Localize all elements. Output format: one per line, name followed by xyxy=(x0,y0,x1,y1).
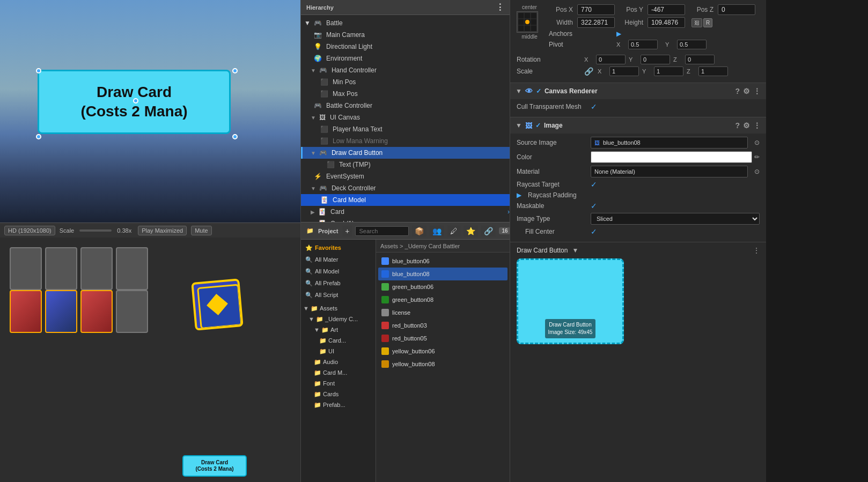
image-settings-icon[interactable]: ⚙ xyxy=(743,121,750,130)
scale-slider[interactable] xyxy=(79,229,112,232)
project-pkg-button[interactable]: 📦 xyxy=(412,226,426,236)
asset-green-button08[interactable]: green_button08 xyxy=(378,293,507,306)
color-picker-icon[interactable]: ✏ xyxy=(754,153,760,161)
sidebar-all-prefabs[interactable]: 🔍 All Prefab xyxy=(301,277,376,289)
image-header[interactable]: ▼ 🖼 ✓ Image ? ⚙ ⋮ xyxy=(510,117,766,134)
scale-y-input[interactable] xyxy=(654,66,683,76)
hierarchy-item-directional-light[interactable]: 💡 Directional Light xyxy=(301,41,510,53)
sidebar-all-materials[interactable]: 🔍 All Mater xyxy=(301,254,376,265)
hierarchy-item-card-model[interactable]: 🃏 Card Model xyxy=(301,194,510,206)
scale-x-input[interactable] xyxy=(609,66,639,76)
hierarchy-item-draw-card-button[interactable]: ▼ 🎮 Draw Card Button xyxy=(301,147,510,159)
asset-yellow-button06[interactable]: yellow_button06 xyxy=(378,345,507,358)
source-image-target-icon[interactable]: ⊙ xyxy=(754,139,760,146)
hierarchy-item-text-tmp[interactable]: ⬛ Text (TMP) xyxy=(301,159,510,170)
draw-card-button-scene[interactable]: Draw Card (Costs 2 Mana) xyxy=(182,455,247,477)
hierarchy-more-icon[interactable]: ⋮ xyxy=(496,2,504,12)
pos-y-input[interactable] xyxy=(648,4,685,15)
folder-art[interactable]: ▼ 📁 Art xyxy=(301,324,376,335)
hierarchy-item-environment[interactable]: 🌍 Environment xyxy=(301,53,510,64)
project-search-input[interactable] xyxy=(355,226,409,236)
sidebar-all-models[interactable]: 🔍 All Model xyxy=(301,265,376,277)
hierarchy-item-max-pos[interactable]: ⬛ Max Pos xyxy=(301,88,510,100)
pos-z-input[interactable] xyxy=(718,4,755,15)
project-link-button[interactable]: 🔗 xyxy=(481,226,496,236)
fill-center-check[interactable]: ✓ xyxy=(591,227,597,236)
project-people-button[interactable]: 👥 xyxy=(430,226,444,236)
hierarchy-item-low-mana-warning[interactable]: ⬛ Low Mana Warning xyxy=(301,135,510,147)
pivot-y-input[interactable] xyxy=(677,40,707,49)
anchor-preview[interactable] xyxy=(517,11,538,33)
material-target-icon[interactable]: ⊙ xyxy=(754,168,760,175)
image-more-icon[interactable]: ⋮ xyxy=(753,121,761,130)
folder-cards[interactable]: 📁 Cards xyxy=(301,389,376,399)
image-help-icon[interactable]: ? xyxy=(735,121,740,130)
project-star-button[interactable]: ⭐ xyxy=(464,226,478,236)
hierarchy-item-main-camera[interactable]: 📷 Main Camera xyxy=(301,29,510,41)
width-input[interactable] xyxy=(577,17,615,28)
hierarchy-item-card-1[interactable]: ▶ 🃏 Card (1) › xyxy=(301,218,510,222)
asset-blue-button06[interactable]: blue_button06 xyxy=(378,255,507,268)
hierarchy-item-hand-controller[interactable]: ▼ 🎮 Hand Controller xyxy=(301,64,510,76)
hierarchy-item-ui-canvas[interactable]: ▼ 🖼 UI Canvas xyxy=(301,112,510,123)
asset-yellow-button08[interactable]: yellow_button08 xyxy=(378,358,507,370)
hierarchy-item-deck-controller[interactable]: ▼ 🎮 Deck Controller xyxy=(301,182,510,194)
canvas-renderer-header[interactable]: ▼ 👁 ✓ Canvas Renderer ? ⚙ ⋮ xyxy=(510,83,766,99)
hierarchy-item-battle[interactable]: ▼ 🎮 Battle xyxy=(301,17,510,29)
asset-red-button03[interactable]: red_button03 xyxy=(378,319,507,332)
size-row: Width Height ⛓ R xyxy=(549,17,760,28)
anchor-mid[interactable] xyxy=(133,98,138,103)
hierarchy-item-card[interactable]: ▶ 🃏 Card › xyxy=(301,206,510,218)
r-btn[interactable]: R xyxy=(703,18,712,27)
resolution-select[interactable]: HD (1920x1080) xyxy=(4,226,55,235)
image-type-select[interactable]: Sliced Simple Tiled Filled xyxy=(591,213,760,225)
pos-x-input[interactable] xyxy=(577,4,615,15)
cull-transparent-check[interactable]: ✓ xyxy=(591,102,597,111)
hierarchy-item-min-pos[interactable]: ⬛ Min Pos xyxy=(301,76,510,88)
height-input[interactable] xyxy=(648,17,685,28)
project-brush-button[interactable]: 🖊 xyxy=(447,226,460,236)
scale-z-input[interactable] xyxy=(698,66,728,76)
asset-blue-button08[interactable]: blue_button08 xyxy=(378,268,507,280)
rot-y-input[interactable] xyxy=(641,55,670,64)
source-image-input[interactable]: 🖼 blue_button08 xyxy=(591,137,748,149)
canvas-renderer-help-icon[interactable]: ? xyxy=(735,87,740,95)
sidebar-all-scripts[interactable]: 🔍 All Script xyxy=(301,289,376,301)
mute-button[interactable]: Mute xyxy=(191,226,211,235)
anchor-bottom-left[interactable] xyxy=(36,134,41,139)
canvas-renderer-more-icon[interactable]: ⋮ xyxy=(753,87,761,95)
anchor-top-left[interactable] xyxy=(36,68,41,73)
maskable-check[interactable]: ✓ xyxy=(591,202,597,210)
component-more-icon[interactable]: ⋮ xyxy=(753,247,760,254)
folder-udemy[interactable]: ▼ 📁 _Udemy C... xyxy=(301,314,376,324)
asset-red-button05[interactable]: red_button05 xyxy=(378,332,507,345)
asset-green-button06[interactable]: green_button06 xyxy=(378,280,507,293)
project-add-button[interactable]: + xyxy=(342,226,352,236)
rot-z-input[interactable] xyxy=(685,55,715,64)
raycast-target-check[interactable]: ✓ xyxy=(591,180,597,189)
material-input[interactable]: None (Material) xyxy=(591,166,748,177)
draw-card-btn-line1: Draw Card xyxy=(195,459,233,466)
art-arrow: ▼ xyxy=(314,327,320,333)
play-mode-select[interactable]: Play Maximized xyxy=(138,226,187,235)
color-preview[interactable] xyxy=(591,151,752,163)
folder-cardm[interactable]: 📁 Card M... xyxy=(301,367,376,378)
pivot-x-input[interactable] xyxy=(628,40,658,49)
folder-prefab[interactable]: 📁 Prefab... xyxy=(301,399,376,410)
folder-ui[interactable]: 📁 UI xyxy=(301,346,376,357)
folder-assets[interactable]: ▼ 📁 Assets xyxy=(301,303,376,314)
hierarchy-item-battle-controller[interactable]: 🎮 Battle Controller xyxy=(301,100,510,112)
rot-x-input[interactable] xyxy=(596,55,626,64)
constrain-btn[interactable]: ⛓ xyxy=(692,18,702,27)
anchor-top-right[interactable] xyxy=(232,68,238,73)
canvas-renderer-settings-icon[interactable]: ⚙ xyxy=(743,87,750,95)
folder-card[interactable]: 📁 Card... xyxy=(301,335,376,346)
hierarchy-item-eventsystem[interactable]: ⚡ EventSystem xyxy=(301,170,510,182)
hierarchy-item-player-mana-text[interactable]: ⬛ Player Mana Text xyxy=(301,123,510,135)
folder-audio[interactable]: 📁 Audio xyxy=(301,357,376,367)
asset-license[interactable]: license xyxy=(378,306,507,319)
anchors-expand[interactable]: ▶ xyxy=(616,30,621,38)
raycast-padding-arrow[interactable]: ▶ xyxy=(517,191,521,199)
folder-font[interactable]: 📁 Font xyxy=(301,378,376,389)
anchor-bottom-right[interactable] xyxy=(232,134,238,139)
